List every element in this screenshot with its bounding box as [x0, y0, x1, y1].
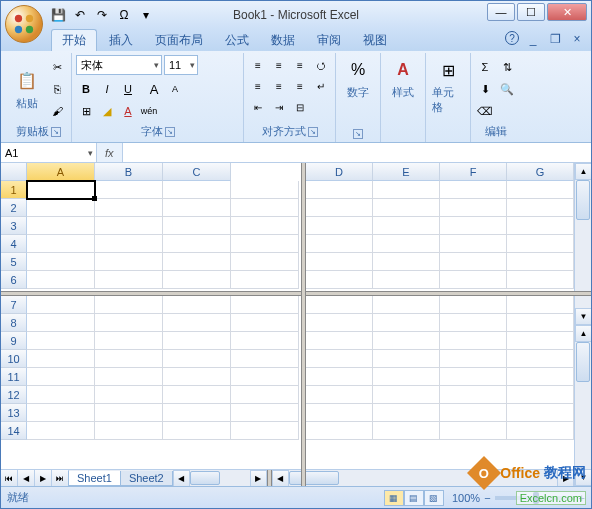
cell[interactable]: [507, 271, 574, 289]
cell[interactable]: [231, 422, 299, 440]
row-header[interactable]: 9: [1, 332, 27, 350]
clipboard-launcher[interactable]: ↘: [51, 127, 61, 137]
cell[interactable]: [231, 217, 299, 235]
font-color-button[interactable]: A: [118, 101, 138, 121]
tab-data[interactable]: 数据: [261, 30, 305, 51]
cell[interactable]: [163, 296, 231, 314]
decrease-indent-icon[interactable]: ⇤: [248, 97, 268, 117]
sheet-prev-button[interactable]: ◀: [18, 470, 35, 486]
row-header[interactable]: 13: [1, 404, 27, 422]
cell[interactable]: [231, 296, 299, 314]
cell[interactable]: [440, 386, 507, 404]
cell[interactable]: [507, 314, 574, 332]
cell[interactable]: [95, 314, 163, 332]
sort-icon[interactable]: ⇅: [497, 57, 517, 77]
hscroll-right-button[interactable]: ▶: [250, 470, 267, 486]
cell[interactable]: [507, 217, 574, 235]
paste-button[interactable]: 📋 粘贴: [9, 55, 45, 123]
cell[interactable]: [507, 296, 574, 314]
cell[interactable]: [231, 235, 299, 253]
cell[interactable]: [373, 368, 440, 386]
cell[interactable]: [440, 181, 507, 199]
tab-formulas[interactable]: 公式: [215, 30, 259, 51]
cell[interactable]: [95, 235, 163, 253]
copy-icon[interactable]: ⎘: [47, 79, 67, 99]
cell[interactable]: [306, 271, 373, 289]
cell[interactable]: [27, 422, 95, 440]
row-header[interactable]: 12: [1, 386, 27, 404]
col-header[interactable]: A: [27, 163, 95, 181]
cell[interactable]: [440, 368, 507, 386]
orientation-icon[interactable]: ⭯: [311, 55, 331, 75]
cell[interactable]: [95, 368, 163, 386]
cell[interactable]: [95, 181, 163, 199]
row-header[interactable]: 6: [1, 271, 27, 289]
hscroll-left-button[interactable]: ◀: [173, 470, 190, 486]
cell[interactable]: [95, 422, 163, 440]
cell[interactable]: [163, 422, 231, 440]
cell[interactable]: [507, 253, 574, 271]
cell[interactable]: [373, 217, 440, 235]
sheet-last-button[interactable]: ⏭: [52, 470, 69, 486]
shrink-font-button[interactable]: A: [165, 79, 185, 99]
cell[interactable]: [95, 271, 163, 289]
cell[interactable]: [27, 199, 95, 217]
cell[interactable]: [163, 217, 231, 235]
cell[interactable]: [440, 271, 507, 289]
col-header[interactable]: G: [507, 163, 574, 181]
border-button[interactable]: ⊞: [76, 101, 96, 121]
autosum-button[interactable]: Σ: [475, 57, 495, 77]
cell[interactable]: [27, 314, 95, 332]
col-header[interactable]: F: [440, 163, 507, 181]
cell[interactable]: [163, 350, 231, 368]
increase-indent-icon[interactable]: ⇥: [269, 97, 289, 117]
cell[interactable]: [231, 332, 299, 350]
fx-icon[interactable]: fx: [101, 147, 118, 159]
cell[interactable]: [373, 235, 440, 253]
cell[interactable]: [27, 332, 95, 350]
cell[interactable]: [440, 296, 507, 314]
number-launcher[interactable]: ↘: [353, 129, 363, 139]
cut-icon[interactable]: ✂: [47, 57, 67, 77]
save-icon[interactable]: 💾: [49, 6, 67, 24]
scroll-down-button-2[interactable]: ▼: [575, 469, 591, 486]
align-bottom-icon[interactable]: ≡: [290, 55, 310, 75]
cell[interactable]: [507, 199, 574, 217]
find-icon[interactable]: 🔍: [497, 79, 517, 99]
row-header[interactable]: 7: [1, 296, 27, 314]
cell[interactable]: [95, 332, 163, 350]
row-header[interactable]: 3: [1, 217, 27, 235]
cell[interactable]: [306, 296, 373, 314]
cell[interactable]: [306, 404, 373, 422]
bold-button[interactable]: B: [76, 79, 96, 99]
cell[interactable]: [306, 332, 373, 350]
cell[interactable]: [95, 350, 163, 368]
number-format-button[interactable]: % 数字: [340, 55, 376, 102]
sheet-next-button[interactable]: ▶: [35, 470, 52, 486]
zoom-slider[interactable]: [495, 496, 575, 500]
workbook-restore-button[interactable]: ❐: [547, 31, 563, 47]
workbook-minimize-button[interactable]: _: [525, 31, 541, 47]
cell[interactable]: [306, 314, 373, 332]
cell[interactable]: [440, 314, 507, 332]
zoom-level[interactable]: 100%: [452, 492, 480, 504]
cell[interactable]: [163, 368, 231, 386]
view-pagebreak-button[interactable]: ▧: [424, 490, 444, 506]
cell[interactable]: [95, 404, 163, 422]
cell[interactable]: [27, 253, 95, 271]
undo-icon[interactable]: ↶: [71, 6, 89, 24]
cell[interactable]: [27, 217, 95, 235]
zoom-in-button[interactable]: +: [579, 492, 585, 504]
cell[interactable]: [373, 181, 440, 199]
cell[interactable]: [27, 368, 95, 386]
select-all-corner[interactable]: [1, 163, 27, 181]
cell[interactable]: [95, 296, 163, 314]
office-button[interactable]: [5, 5, 43, 43]
cell[interactable]: [373, 271, 440, 289]
cell[interactable]: [440, 422, 507, 440]
minimize-button[interactable]: —: [487, 3, 515, 21]
formula-input[interactable]: [123, 143, 591, 162]
cell[interactable]: [373, 350, 440, 368]
cell[interactable]: [440, 217, 507, 235]
cell[interactable]: [163, 181, 231, 199]
